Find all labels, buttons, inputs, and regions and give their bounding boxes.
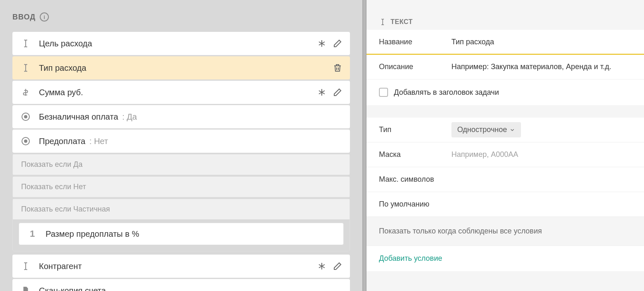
prop-type[interactable]: Тип Однострочное (367, 118, 644, 142)
field-cashless[interactable]: Безналичная оплата : Да (12, 105, 350, 128)
cond-label: Показать если Частичная (13, 199, 350, 219)
prop-label: Маска (379, 150, 451, 159)
section-header: ВВОД i (12, 12, 350, 22)
dollar-icon (20, 88, 31, 97)
field-label: Тип расхода (39, 63, 333, 73)
right-header: ТЕКСТ (367, 0, 644, 30)
field-prepay-size[interactable]: 1 Размер предоплаты в % (19, 223, 344, 245)
prop-name[interactable]: Название Тип расхода (367, 30, 644, 55)
number-icon: 1 (27, 228, 38, 239)
add-to-title-row[interactable]: Добавлять в заголовок задачи (367, 79, 644, 105)
name-input[interactable]: Тип расхода (451, 38, 632, 46)
prop-mask[interactable]: Маска Например, А000АА (367, 142, 644, 167)
field-label: Предоплата : Нет (39, 137, 343, 146)
cashless-label: Безналичная оплата (39, 112, 118, 121)
right-panel: ТЕКСТ Название Тип расхода Описание Напр… (367, 0, 644, 291)
cond-label: Показать если Нет (13, 177, 350, 197)
left-panel: ВВОД i Цель расхода Тип расхода Сумма ру… (0, 0, 362, 291)
required-icon[interactable] (317, 38, 327, 48)
checkbox-icon[interactable] (379, 88, 388, 97)
checkbox-label: Добавлять в заголовок задачи (394, 88, 499, 97)
field-scan[interactable]: Скан-копия счета (12, 279, 350, 291)
required-icon[interactable] (317, 261, 327, 271)
right-header-label: ТЕКСТ (391, 18, 412, 26)
prop-label: Макс. символов (379, 175, 451, 184)
prop-description[interactable]: Описание Например: Закупка материалов, А… (367, 55, 644, 79)
prop-label: По умолчанию (379, 200, 451, 209)
radio-icon (20, 137, 31, 145)
trash-icon[interactable] (333, 63, 343, 73)
prop-default[interactable]: По умолчанию (367, 192, 644, 217)
type-value: Однострочное (457, 125, 507, 134)
prop-label: Название (379, 38, 451, 46)
cond-yes[interactable]: Показать если Да (12, 154, 350, 175)
field-label: Цель расхода (39, 39, 317, 48)
prop-maxchars[interactable]: Макс. символов (367, 167, 644, 192)
info-icon[interactable]: i (40, 12, 49, 22)
mask-input[interactable]: Например, А000АА (451, 150, 632, 159)
text-cursor-icon (20, 63, 31, 72)
field-label: Сумма руб. (39, 88, 317, 97)
prop-label: Тип (379, 125, 451, 134)
edit-icon[interactable] (333, 87, 343, 97)
cond-label: Показать если Да (13, 154, 350, 175)
cond-no[interactable]: Показать если Нет (12, 176, 350, 197)
type-select[interactable]: Однострочное (451, 122, 521, 137)
required-icon[interactable] (317, 87, 327, 97)
field-amount[interactable]: Сумма руб. (12, 81, 350, 104)
text-cursor-icon (379, 18, 386, 26)
edit-icon[interactable] (333, 261, 343, 271)
field-prepay[interactable]: Предоплата : Нет (12, 130, 350, 153)
field-label: Контрагент (39, 262, 317, 271)
text-cursor-icon (20, 262, 31, 271)
conditions-note: Показать только когда соблюдены все усло… (367, 217, 644, 245)
desc-input[interactable]: Например: Закупка материалов, Аренда и т… (451, 63, 632, 71)
field-type[interactable]: Тип расхода (12, 56, 350, 79)
add-condition-link[interactable]: Добавить условие (367, 245, 644, 271)
field-label: Размер предоплаты в % (46, 229, 336, 239)
file-icon (20, 286, 31, 291)
prepay-label: Предоплата (39, 137, 85, 146)
chevron-down-icon (509, 127, 515, 133)
prop-label: Описание (379, 63, 451, 71)
field-label: Скан-копия счета (39, 286, 343, 291)
prepay-value: : Нет (89, 137, 108, 146)
text-cursor-icon (20, 39, 31, 48)
panel-divider[interactable] (362, 0, 367, 291)
edit-icon[interactable] (333, 38, 343, 48)
field-label: Безналичная оплата : Да (39, 112, 343, 122)
field-contractor[interactable]: Контрагент (12, 255, 350, 278)
cond-partial[interactable]: Показать если Частичная 1 Размер предопл… (12, 199, 350, 251)
section-title: ВВОД (12, 13, 36, 22)
spacer (367, 105, 644, 118)
field-purpose[interactable]: Цель расхода (12, 32, 350, 55)
cashless-value: : Да (122, 112, 137, 121)
radio-icon (20, 113, 31, 121)
